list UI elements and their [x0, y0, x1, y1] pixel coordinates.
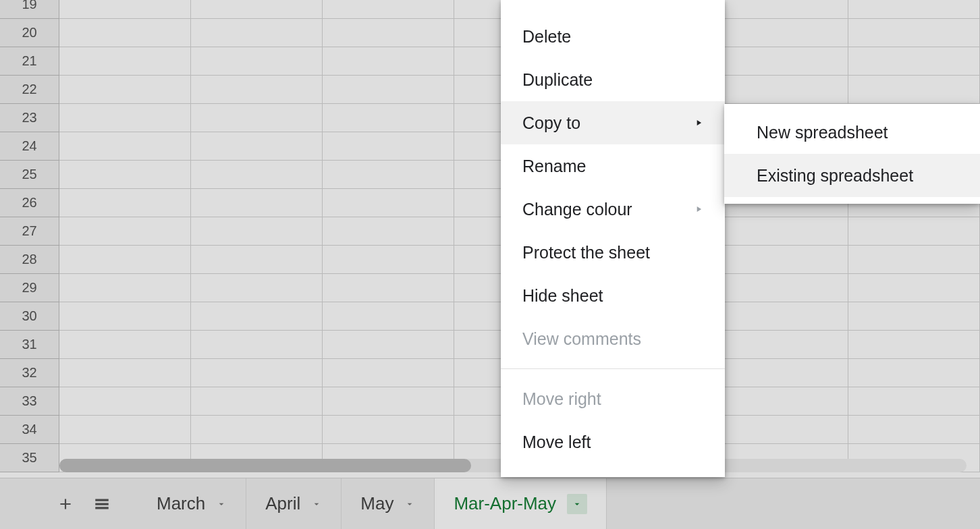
grid-cell[interactable]: [717, 302, 848, 330]
grid-cell[interactable]: [191, 76, 323, 103]
grid-cell[interactable]: [848, 416, 980, 443]
grid-cell[interactable]: [191, 416, 323, 443]
menu-item-hide-sheet[interactable]: Hide sheet: [501, 274, 725, 317]
grid-cell[interactable]: [323, 47, 454, 75]
grid-cell[interactable]: [59, 47, 191, 75]
grid-cell[interactable]: [191, 19, 323, 47]
submenu-item-existing-spreadsheet[interactable]: Existing spreadsheet: [724, 154, 980, 197]
grid-cell[interactable]: [848, 0, 980, 18]
row-header[interactable]: 22: [0, 76, 59, 104]
grid-cell[interactable]: [323, 387, 454, 415]
grid-cell[interactable]: [191, 302, 323, 330]
sheet-tab-march[interactable]: March: [138, 478, 246, 530]
grid-cell[interactable]: [59, 246, 191, 273]
grid-cell[interactable]: [191, 387, 323, 415]
grid-cell[interactable]: [323, 331, 454, 358]
grid-cell[interactable]: [59, 132, 191, 160]
grid-cell[interactable]: [59, 217, 191, 245]
row-header[interactable]: 34: [0, 416, 59, 444]
grid-cell[interactable]: [191, 189, 323, 217]
row-header[interactable]: 25: [0, 161, 59, 189]
menu-item-change-colour[interactable]: Change colour: [501, 188, 725, 231]
grid-cell[interactable]: [848, 387, 980, 415]
grid-cell[interactable]: [59, 76, 191, 103]
grid-cell[interactable]: [717, 0, 848, 18]
grid-cell[interactable]: [323, 76, 454, 103]
grid-cell[interactable]: [59, 161, 191, 188]
menu-item-rename[interactable]: Rename: [501, 144, 725, 188]
grid-cell[interactable]: [59, 0, 191, 18]
grid-cell[interactable]: [59, 331, 191, 358]
grid-cell[interactable]: [191, 132, 323, 160]
grid-cell[interactable]: [323, 0, 454, 18]
add-sheet-button[interactable]: [47, 486, 84, 522]
row-header[interactable]: 21: [0, 47, 59, 76]
grid-cell[interactable]: [191, 217, 323, 245]
menu-item-copy-to[interactable]: Copy to: [501, 101, 725, 144]
row-header[interactable]: 35: [0, 444, 59, 472]
row-header[interactable]: 24: [0, 132, 59, 161]
grid-cell[interactable]: [59, 359, 191, 387]
row-header[interactable]: 32: [0, 359, 59, 387]
grid-cell[interactable]: [717, 19, 848, 47]
menu-item-move-left[interactable]: Move left: [501, 420, 725, 464]
grid-cell[interactable]: [848, 302, 980, 330]
row-header[interactable]: 33: [0, 387, 59, 416]
grid-cell[interactable]: [59, 416, 191, 443]
grid-cell[interactable]: [323, 359, 454, 387]
grid-cell[interactable]: [848, 47, 980, 75]
grid-cell[interactable]: [59, 274, 191, 302]
horizontal-scrollbar-thumb[interactable]: [59, 459, 471, 472]
grid-cell[interactable]: [191, 161, 323, 188]
row-header[interactable]: 19: [0, 0, 59, 19]
grid-cell[interactable]: [191, 104, 323, 132]
grid-cell[interactable]: [848, 76, 980, 103]
grid-cell[interactable]: [191, 359, 323, 387]
all-sheets-button[interactable]: [84, 486, 120, 522]
grid-cell[interactable]: [323, 274, 454, 302]
grid-cell[interactable]: [323, 161, 454, 188]
grid-cell[interactable]: [717, 331, 848, 358]
grid-cell[interactable]: [717, 217, 848, 245]
row-header[interactable]: 23: [0, 104, 59, 132]
grid-cell[interactable]: [191, 47, 323, 75]
row-header[interactable]: 29: [0, 274, 59, 302]
grid-cell[interactable]: [848, 359, 980, 387]
grid-cell[interactable]: [717, 274, 848, 302]
grid-cell[interactable]: [191, 331, 323, 358]
menu-item-duplicate[interactable]: Duplicate: [501, 58, 725, 101]
grid-cell[interactable]: [717, 47, 848, 75]
row-header[interactable]: 20: [0, 19, 59, 47]
grid-cell[interactable]: [191, 274, 323, 302]
grid-cell[interactable]: [323, 217, 454, 245]
grid-cell[interactable]: [59, 387, 191, 415]
grid-cell[interactable]: [848, 246, 980, 273]
grid-cell[interactable]: [323, 189, 454, 217]
grid-cell[interactable]: [59, 19, 191, 47]
grid-cell[interactable]: [323, 104, 454, 132]
grid-cell[interactable]: [59, 302, 191, 330]
row-header[interactable]: 28: [0, 246, 59, 274]
grid-cell[interactable]: [191, 246, 323, 273]
grid-cell[interactable]: [191, 0, 323, 18]
grid-cell[interactable]: [717, 359, 848, 387]
grid-cell[interactable]: [323, 246, 454, 273]
grid-cell[interactable]: [848, 217, 980, 245]
grid-cell[interactable]: [323, 132, 454, 160]
row-header[interactable]: 31: [0, 331, 59, 359]
grid-cell[interactable]: [848, 331, 980, 358]
menu-item-protect-sheet[interactable]: Protect the sheet: [501, 231, 725, 274]
row-header[interactable]: 27: [0, 217, 59, 246]
grid-cell[interactable]: [848, 19, 980, 47]
submenu-item-new-spreadsheet[interactable]: New spreadsheet: [724, 111, 980, 154]
caret-down-icon[interactable]: [567, 494, 587, 514]
row-header[interactable]: 30: [0, 302, 59, 331]
menu-item-delete[interactable]: Delete: [501, 15, 725, 58]
grid-cell[interactable]: [59, 104, 191, 132]
grid-cell[interactable]: [323, 19, 454, 47]
sheet-tab-may[interactable]: May: [342, 478, 435, 530]
row-header[interactable]: 26: [0, 189, 59, 217]
grid-cell[interactable]: [848, 274, 980, 302]
sheet-tab-april[interactable]: April: [246, 478, 342, 530]
grid-cell[interactable]: [323, 302, 454, 330]
